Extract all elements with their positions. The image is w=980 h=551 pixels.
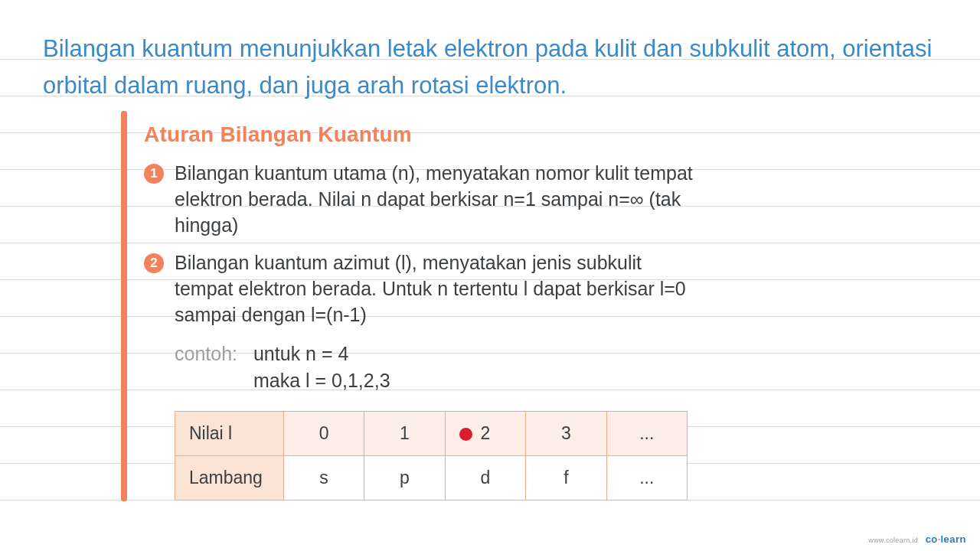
brand-watermark: www.colearn.id co·learn — [868, 533, 966, 545]
cell: ... — [606, 455, 687, 500]
item-text: Bilangan kuantum utama (n), menyatakan n… — [175, 161, 695, 238]
bullet-number: 1 — [144, 164, 164, 184]
cell: ... — [606, 411, 687, 455]
section-heading: Aturan Bilangan Kuantum — [144, 122, 695, 147]
example-line1: untuk n = 4 — [253, 343, 348, 364]
table-row: Nilai l 0 1 2 3 ... — [175, 411, 688, 455]
accent-bar — [121, 111, 127, 501]
row-header: Lambang — [175, 455, 284, 500]
example-label: contoh: — [175, 343, 237, 364]
cell: s — [283, 455, 364, 500]
list-item: 1 Bilangan kuantum utama (n), menyatakan… — [144, 161, 695, 238]
cursor-dot-icon — [459, 428, 472, 441]
example-line2: maka l = 0,1,2,3 — [253, 370, 390, 391]
list-item: 2 Bilangan kuantum azimut (l), menyataka… — [144, 250, 695, 328]
brand-name-a: co — [926, 533, 938, 545]
cell: d — [445, 455, 525, 500]
bullet-number: 2 — [144, 253, 164, 273]
item-text: Bilangan kuantum azimut (l), menyatakan … — [175, 250, 695, 328]
row-header: Nilai l — [175, 411, 284, 455]
table-row: Lambang s p d f ... — [175, 455, 688, 500]
cell: 1 — [364, 411, 445, 455]
cell: f — [526, 455, 606, 500]
example-block: contoh: untuk n = 4 contoh: maka l = 0,1… — [175, 341, 695, 394]
cell: 3 — [526, 411, 606, 455]
content-card: Aturan Bilangan Kuantum 1 Bilangan kuant… — [144, 122, 695, 500]
quantum-table: Nilai l 0 1 2 3 ... Lambang s p d f ... — [175, 411, 688, 500]
cell: p — [364, 455, 445, 500]
brand-site: www.colearn.id — [868, 536, 918, 544]
cell: 0 — [283, 411, 364, 455]
cell: 2 — [445, 411, 525, 455]
brand-name-b: learn — [940, 533, 966, 545]
page-title: Bilangan kuantum menunjukkan letak elekt… — [43, 31, 937, 104]
